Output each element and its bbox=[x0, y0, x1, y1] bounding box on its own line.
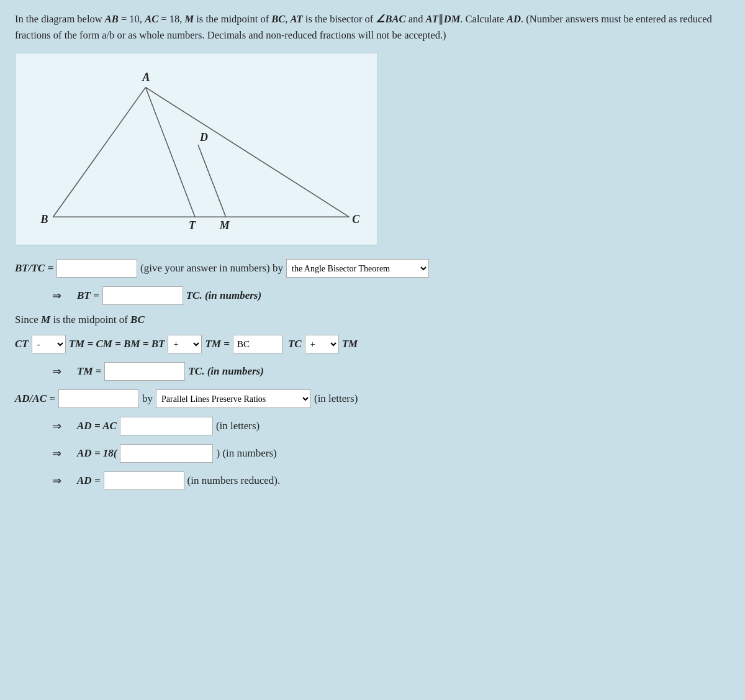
ad-final-label: AD = bbox=[77, 475, 101, 487]
bt-eq-label: BT = bbox=[77, 289, 99, 302]
svg-text:A: A bbox=[142, 71, 150, 83]
ad-eq-ac-row: ⇒ AD = AC (in letters) bbox=[52, 417, 730, 435]
arrow5: ⇒ bbox=[52, 474, 61, 488]
arrow3: ⇒ bbox=[52, 419, 61, 433]
ad-eq-18-input[interactable] bbox=[120, 444, 213, 463]
ad-eq-18-label: AD = 18( bbox=[77, 447, 117, 460]
diagram-container: A B C D T M bbox=[15, 53, 378, 245]
theorem-select[interactable]: the Angle Bisector Theorem Parallel Line… bbox=[286, 259, 429, 278]
tm-cm-bm-label: TM = CM = BM = BT bbox=[69, 338, 165, 350]
tm-label2: TM = bbox=[205, 338, 229, 350]
svg-text:B: B bbox=[40, 213, 48, 225]
bc-input[interactable] bbox=[233, 335, 282, 353]
bt-eq-suffix: TC. (in numbers) bbox=[186, 289, 261, 302]
ct-op-select[interactable]: - + × ÷ bbox=[32, 335, 66, 353]
ct-label: CT bbox=[15, 338, 29, 350]
since-label-row: Since M is the midpoint of BC bbox=[15, 314, 730, 326]
ad-final-hint: (in numbers reduced). bbox=[187, 475, 281, 487]
bt-tc-row: BT/TC = (give your answer in numbers) by… bbox=[15, 259, 730, 278]
svg-text:C: C bbox=[352, 213, 360, 225]
ad-ac-input[interactable] bbox=[58, 389, 139, 408]
bt-tc-input[interactable] bbox=[56, 259, 137, 278]
tc-label2: TC bbox=[288, 338, 302, 350]
ad-eq-ac-hint: (in letters) bbox=[216, 420, 260, 432]
bt-eq-row: ⇒ BT = TC. (in numbers) bbox=[52, 286, 730, 305]
tm-result-input[interactable] bbox=[104, 362, 185, 381]
tm-label3: TM bbox=[342, 338, 358, 350]
tm-result-label: TM = bbox=[77, 365, 101, 378]
arrow2: ⇒ bbox=[52, 365, 61, 378]
ad-eq-18-row: ⇒ AD = 18( ) (in numbers) bbox=[52, 444, 730, 463]
parallel-theorem-select[interactable]: Parallel Lines Preserve Ratios the Angle… bbox=[156, 389, 311, 408]
tm-result-row: ⇒ TM = TC. (in numbers) bbox=[52, 362, 730, 381]
tc-op-select[interactable]: + - × ÷ bbox=[305, 335, 339, 353]
svg-text:D: D bbox=[199, 131, 208, 143]
ad-final-row: ⇒ AD = (in numbers reduced). bbox=[52, 471, 730, 490]
ad-ac-by: by bbox=[142, 393, 153, 405]
svg-text:T: T bbox=[189, 219, 196, 232]
svg-line-3 bbox=[146, 88, 195, 217]
ad-ac-hint: (in letters) bbox=[314, 393, 358, 405]
bt-eq-input[interactable] bbox=[102, 286, 183, 305]
ad-final-input[interactable] bbox=[104, 471, 184, 490]
arrow4: ⇒ bbox=[52, 447, 61, 460]
ad-ac-row: AD/AC = by Parallel Lines Preserve Ratio… bbox=[15, 389, 730, 408]
ad-ac-label: AD/AC = bbox=[15, 393, 55, 405]
bm-bt-op-select[interactable]: + - × ÷ bbox=[168, 335, 202, 353]
ad-eq-18-hint: ) (in numbers) bbox=[216, 447, 276, 460]
svg-line-1 bbox=[146, 88, 350, 217]
bt-tc-label: BT/TC = bbox=[15, 262, 53, 275]
ct-row: CT - + × ÷ TM = CM = BM = BT + - × ÷ TM … bbox=[15, 335, 730, 353]
problem-statement: In the diagram below AB = 10, AC = 18, M… bbox=[15, 11, 730, 43]
ad-eq-ac-label: AD = AC bbox=[77, 420, 117, 432]
tm-result-suffix: TC. (in numbers) bbox=[188, 365, 263, 378]
bt-tc-hint: (give your answer in numbers) by bbox=[140, 262, 283, 275]
svg-line-0 bbox=[53, 88, 146, 217]
svg-line-4 bbox=[198, 145, 226, 217]
since-label: Since M is the midpoint of BC bbox=[15, 314, 145, 326]
arrow1: ⇒ bbox=[52, 289, 61, 302]
svg-text:M: M bbox=[219, 219, 230, 232]
ad-eq-ac-input[interactable] bbox=[120, 417, 213, 435]
